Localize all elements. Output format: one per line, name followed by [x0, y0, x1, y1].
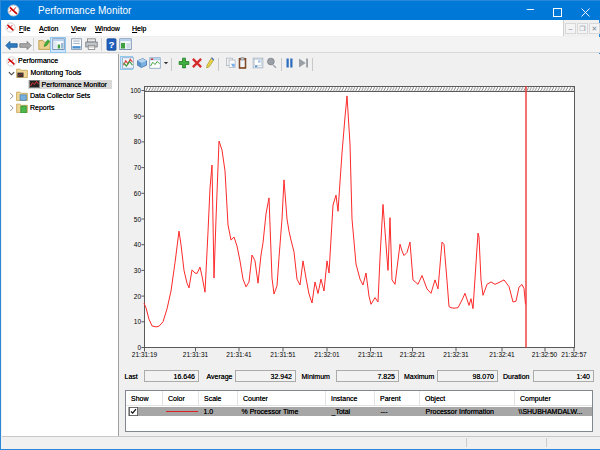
svg-text:21:32:41: 21:32:41 [489, 351, 515, 358]
svg-text:21:32:57: 21:32:57 [561, 351, 587, 358]
svg-text:21:32:21: 21:32:21 [400, 351, 426, 358]
svg-text:21:32:11: 21:32:11 [358, 351, 383, 358]
svg-text:50: 50 [134, 216, 142, 223]
svg-text:21:32:31: 21:32:31 [443, 351, 469, 358]
svg-text:0: 0 [137, 344, 141, 351]
svg-text:21:32:01: 21:32:01 [314, 351, 340, 358]
svg-text:21:31:31: 21:31:31 [183, 351, 209, 358]
svg-text:21:31:41: 21:31:41 [226, 351, 252, 358]
svg-text:60: 60 [134, 190, 142, 197]
svg-text:21:31:51: 21:31:51 [270, 351, 296, 358]
svg-text:21:31:19: 21:31:19 [132, 351, 158, 358]
svg-text:30: 30 [134, 267, 142, 274]
svg-text:10: 10 [134, 318, 142, 325]
svg-text:?: ? [109, 39, 115, 50]
svg-text:70: 70 [134, 164, 142, 171]
svg-text:20: 20 [134, 293, 142, 300]
svg-text:40: 40 [134, 241, 142, 248]
svg-text:90: 90 [134, 113, 142, 120]
svg-text:80: 80 [134, 138, 142, 145]
svg-text:21:32:50: 21:32:50 [532, 351, 558, 358]
svg-text:100: 100 [130, 87, 141, 94]
